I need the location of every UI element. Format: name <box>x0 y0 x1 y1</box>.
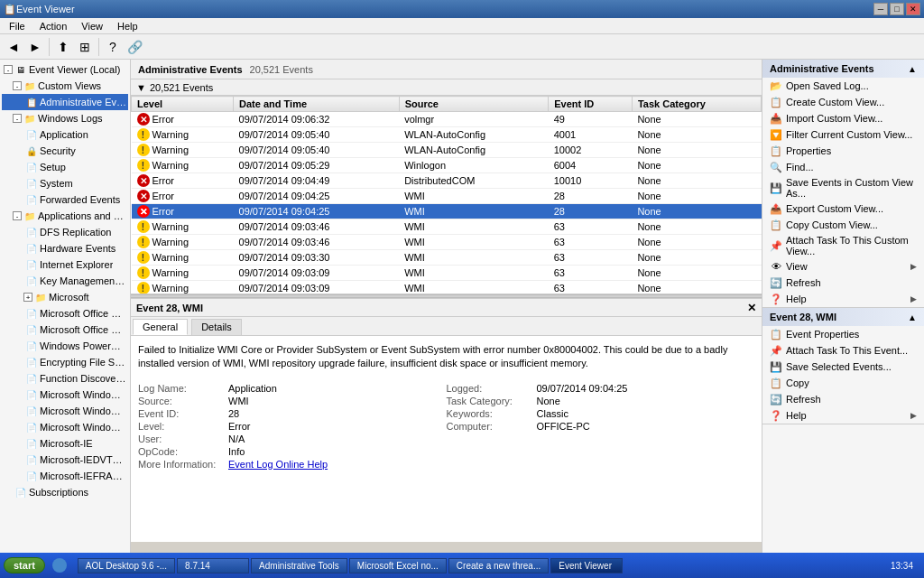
sidebar-item-efs[interactable]: 📄 Encrypting File System <box>2 354 128 370</box>
sidebar-item-ms-shell[interactable]: 📄 Microsoft Windows Shell... <box>2 419 128 435</box>
taskbar-item-8714[interactable]: 8.7.14 <box>177 558 249 573</box>
table-row[interactable]: ! Warning 09/07/2014 09:05:40 WLAN-AutoC… <box>132 127 762 143</box>
actions-admin-title[interactable]: Administrative Events ▲ <box>762 60 924 78</box>
sidebar-item-ms-iedvtool[interactable]: 📄 Microsoft-IEDVTOOL <box>2 452 128 468</box>
col-eventid[interactable]: Event ID <box>549 97 633 112</box>
action-copy[interactable]: 📋 Copy <box>762 375 924 391</box>
sidebar-item-dfs[interactable]: 📄 DFS Replication <box>2 224 128 240</box>
sidebar-item-system[interactable]: 📄 System <box>2 175 128 191</box>
detail-close-button[interactable]: ✕ <box>747 302 756 314</box>
maximize-button[interactable]: □ <box>890 3 904 15</box>
action-view[interactable]: 👁 View ▶ <box>762 258 924 275</box>
sidebar-item-ie[interactable]: 📄 Internet Explorer <box>2 256 128 273</box>
sidebar-item-office-diag[interactable]: 📄 Microsoft Office Diagno... <box>2 305 128 322</box>
toolbar-back[interactable]: ◄ <box>4 37 23 57</box>
sidebar-item-ms-win-1[interactable]: 📄 Microsoft Windows Servi... <box>2 387 128 403</box>
action-help-admin[interactable]: ❓ Help ▶ <box>762 291 924 307</box>
sidebar-item-app-services[interactable]: - 📁 Applications and Services Lo... <box>2 208 128 224</box>
sidebar-item-forwarded-events[interactable]: 📄 Forwarded Events <box>2 191 128 208</box>
action-import-custom[interactable]: 📥 Import Custom View... <box>762 110 924 126</box>
sidebar-item-hardware[interactable]: 📄 Hardware Events <box>2 240 128 256</box>
tree-expand-windows-logs[interactable]: - <box>13 114 22 123</box>
taskbar-item-event-viewer[interactable]: Event Viewer <box>550 558 623 573</box>
tree-expand-event-viewer[interactable]: - <box>4 65 13 74</box>
tree-expand-app-services[interactable]: - <box>13 211 22 220</box>
moreinfo-link[interactable]: Event Log Online Help <box>228 459 328 470</box>
action-create-custom[interactable]: 📋 Create Custom View... <box>762 94 924 110</box>
table-row[interactable]: ! Warning 09/07/2014 09:03:30 WMI 63 Non… <box>132 250 762 266</box>
toolbar-forward[interactable]: ► <box>25 37 45 57</box>
action-filter[interactable]: 🔽 Filter Current Custom View... <box>762 126 924 143</box>
sidebar-item-windows-logs[interactable]: - 📁 Windows Logs <box>2 110 128 126</box>
close-button[interactable]: ✕ <box>906 3 920 15</box>
col-source[interactable]: Source <box>399 97 549 112</box>
action-find[interactable]: 🔍 Find... <box>762 159 924 175</box>
toolbar-up[interactable]: ⬆ <box>53 37 73 57</box>
action-attach-task[interactable]: 📌 Attach Task To This Custom View... <box>762 233 924 258</box>
action-properties[interactable]: 📋 Properties <box>762 143 924 159</box>
col-taskcategory[interactable]: Task Category <box>632 97 761 112</box>
tree-expand-custom-views[interactable]: - <box>13 81 22 90</box>
tab-details[interactable]: Details <box>191 319 242 335</box>
sidebar-item-kms[interactable]: 📄 Key Management Service <box>2 273 128 289</box>
sidebar-item-fdp[interactable]: 📄 Function Discovery Provi... <box>2 370 128 387</box>
events-table-container[interactable]: Level Date and Time Source Event ID Task… <box>131 96 762 294</box>
actions-event-title[interactable]: Event 28, WMI ▲ <box>762 308 924 326</box>
efs-icon: 📄 <box>25 356 38 368</box>
action-copy-custom[interactable]: 📋 Copy Custom View... <box>762 217 924 233</box>
taskbar-item-create-thread[interactable]: Create a new threa... <box>448 558 549 573</box>
taskbar-item-excel[interactable]: Microsoft Excel no... <box>349 558 447 573</box>
col-level[interactable]: Level <box>132 97 234 112</box>
sidebar-item-application[interactable]: 📄 Application <box>2 126 128 143</box>
sidebar-item-subscriptions[interactable]: 📄 Subscriptions <box>2 484 128 500</box>
cell-datetime: 09/07/2014 09:05:40 <box>234 143 400 158</box>
toolbar-show-hide[interactable]: ⊞ <box>75 37 95 57</box>
action-refresh[interactable]: 🔄 Refresh <box>762 391 924 407</box>
toolbar-link[interactable]: 🔗 <box>125 37 144 57</box>
taskbar-item-aol[interactable]: AOL Desktop 9.6 -... <box>78 558 175 573</box>
sidebar-item-custom-views[interactable]: - 📁 Custom Views <box>2 78 128 94</box>
table-row[interactable]: ✕ Error 09/07/2014 09:06:32 volmgr 49 No… <box>132 112 762 127</box>
table-row[interactable]: ! Warning 09/07/2014 09:03:46 WMI 63 Non… <box>132 219 762 235</box>
table-row[interactable]: ! Warning 09/07/2014 09:03:09 WMI 63 Non… <box>132 266 762 281</box>
action-save-as[interactable]: 💾 Save Events in Custom View As... <box>762 175 924 200</box>
menu-help[interactable]: Help <box>110 18 145 34</box>
sidebar-item-ms-ie[interactable]: 📄 Microsoft-IE <box>2 435 128 452</box>
table-row[interactable]: ✕ Error 09/07/2014 09:04:25 WMI 28 None <box>132 204 762 219</box>
sidebar-item-office-sessions[interactable]: 📄 Microsoft Office Sessions <box>2 322 128 338</box>
sidebar-item-admin-events[interactable]: 📋 Administrative Events <box>2 94 128 110</box>
sidebar-item-event-viewer[interactable]: - 🖥 Event Viewer (Local) <box>2 61 128 78</box>
table-row[interactable]: ! Warning 09/07/2014 09:03:09 WMI 63 Non… <box>132 281 762 295</box>
minimize-button[interactable]: ─ <box>873 3 888 15</box>
action-attach-event-task[interactable]: 📌 Attach Task To This Event... <box>762 342 924 359</box>
table-row[interactable]: ! Warning 09/07/2014 09:03:46 WMI 63 Non… <box>132 235 762 250</box>
action-refresh-admin[interactable]: 🔄 Refresh <box>762 275 924 291</box>
col-datetime[interactable]: Date and Time <box>234 97 400 112</box>
action-open-saved[interactable]: 📂 Open Saved Log... <box>762 78 924 94</box>
sidebar-item-ms-win-2[interactable]: 📄 Microsoft Windows Servi... <box>2 403 128 419</box>
toolbar-help[interactable]: ? <box>103 37 123 57</box>
start-button[interactable]: start <box>4 557 45 573</box>
action-help-event[interactable]: ❓ Help ▶ <box>762 407 924 424</box>
tree-expand-ms[interactable]: + <box>23 293 32 302</box>
taskbar-item-admin-tools[interactable]: Administrative Tools <box>251 558 347 573</box>
sidebar-item-microsoft[interactable]: + 📁 Microsoft <box>2 289 128 305</box>
sidebar-item-security[interactable]: 🔒 Security <box>2 143 128 159</box>
breadcrumb-title: Administrative Events <box>138 64 243 75</box>
table-row[interactable]: ! Warning 09/07/2014 09:05:29 Winlogon 6… <box>132 158 762 173</box>
table-row[interactable]: ✕ Error 09/07/2014 09:04:49 DistributedC… <box>132 173 762 189</box>
copy-icon: 📋 <box>770 377 782 389</box>
help-admin-icon: ❓ <box>770 293 782 305</box>
sidebar-item-setup[interactable]: 📄 Setup <box>2 159 128 175</box>
action-event-properties[interactable]: 📋 Event Properties <box>762 326 924 342</box>
menu-view[interactable]: View <box>74 18 110 34</box>
action-export[interactable]: 📤 Export Custom View... <box>762 200 924 217</box>
menu-file[interactable]: File <box>2 18 32 34</box>
table-row[interactable]: ✕ Error 09/07/2014 09:04:25 WMI 28 None <box>132 189 762 204</box>
sidebar-item-ms-ieframe[interactable]: 📄 Microsoft-IEFRAME <box>2 468 128 484</box>
action-save-selected[interactable]: 💾 Save Selected Events... <box>762 359 924 375</box>
sidebar-item-powershell[interactable]: 📄 Windows PowerShell <box>2 338 128 354</box>
menu-action[interactable]: Action <box>32 18 75 34</box>
tab-general[interactable]: General <box>133 319 188 335</box>
table-row[interactable]: ! Warning 09/07/2014 09:05:40 WLAN-AutoC… <box>132 143 762 158</box>
